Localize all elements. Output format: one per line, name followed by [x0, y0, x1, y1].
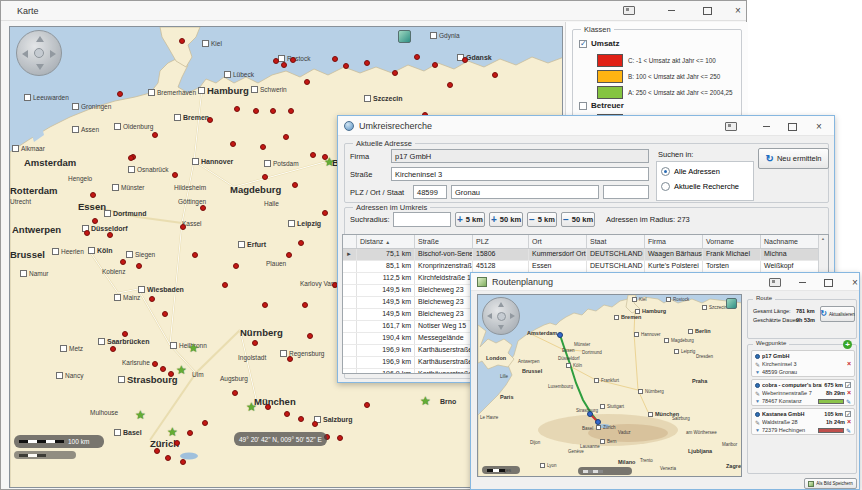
- remove-waypoint-icon[interactable]: ×: [847, 361, 851, 367]
- customer-marker[interactable]: [234, 106, 240, 112]
- customer-marker[interactable]: [298, 240, 304, 246]
- customer-marker[interactable]: [290, 57, 296, 63]
- customer-marker[interactable]: [364, 402, 370, 408]
- row-selector-cell[interactable]: ►: [343, 249, 357, 260]
- customer-marker[interactable]: [284, 411, 290, 417]
- route-waypoint-marker[interactable]: [557, 332, 563, 338]
- edit-leg-icon[interactable]: ✎: [846, 398, 851, 405]
- row-selector-cell[interactable]: [343, 357, 357, 368]
- star-marker[interactable]: ★: [324, 157, 335, 167]
- customer-marker[interactable]: [233, 263, 239, 269]
- row-selector-cell[interactable]: [343, 321, 357, 332]
- waypoint-card[interactable]: cobra - computer's brainware GmbH675 km✎…: [751, 379, 855, 406]
- customer-marker[interactable]: [187, 430, 193, 436]
- customer-marker[interactable]: [312, 421, 318, 427]
- maximize-icon[interactable]: [699, 4, 715, 17]
- table-row[interactable]: ►75,1 kmBischof-von-Sene...15806Kummersd…: [343, 249, 828, 261]
- staat-field[interactable]: [603, 185, 649, 199]
- customer-marker[interactable]: [117, 91, 123, 97]
- star-marker[interactable]: ★: [167, 427, 178, 437]
- customer-marker[interactable]: [447, 82, 453, 88]
- row-selector-cell[interactable]: [343, 309, 357, 320]
- table-header-staat[interactable]: Staat: [587, 235, 645, 248]
- row-selector-cell[interactable]: [343, 345, 357, 356]
- umkreis-minimize-icon[interactable]: [758, 120, 774, 133]
- customer-marker[interactable]: [84, 230, 90, 236]
- row-selector-cell[interactable]: [343, 333, 357, 344]
- customer-marker[interactable]: [192, 252, 198, 258]
- waypoint-checkbox[interactable]: [845, 411, 851, 417]
- customer-marker[interactable]: [262, 302, 268, 308]
- customer-marker[interactable]: [414, 54, 420, 60]
- customer-marker[interactable]: [92, 218, 98, 224]
- customer-marker[interactable]: [202, 420, 208, 426]
- customer-marker[interactable]: [332, 56, 338, 62]
- strasse-field[interactable]: Kircheninsel 3: [391, 167, 649, 181]
- customer-marker[interactable]: [262, 174, 268, 180]
- customer-marker[interactable]: [232, 390, 238, 396]
- customer-marker[interactable]: [273, 58, 279, 64]
- customer-marker[interactable]: [165, 455, 171, 461]
- table-header-ort[interactable]: Ort: [529, 235, 587, 248]
- pin-window-icon[interactable]: [621, 4, 637, 17]
- edit-leg-icon[interactable]: ✎: [846, 427, 851, 434]
- customer-marker[interactable]: [149, 296, 155, 302]
- radius-button-plus-50km[interactable]: +50 km: [489, 212, 523, 227]
- customer-marker[interactable]: [304, 79, 310, 85]
- row-selector-cell[interactable]: [343, 369, 357, 374]
- routen-minimize-icon[interactable]: [794, 276, 810, 289]
- customer-marker[interactable]: [432, 62, 438, 68]
- umkreis-maximize-icon[interactable]: [784, 120, 800, 133]
- routen-pin-window-icon[interactable]: [767, 276, 783, 289]
- radius-button-minus-50km[interactable]: −50 km: [561, 212, 595, 227]
- customer-marker[interactable]: [270, 108, 276, 114]
- customer-marker[interactable]: [222, 282, 228, 288]
- customer-marker[interactable]: [90, 192, 96, 198]
- star-marker[interactable]: ★: [176, 365, 187, 375]
- customer-marker[interactable]: [122, 331, 128, 337]
- route-map-pan-compass[interactable]: [482, 297, 520, 335]
- customer-marker[interactable]: [200, 205, 206, 211]
- table-header-nachname[interactable]: Nachname: [761, 235, 819, 248]
- minimize-icon[interactable]: [663, 4, 679, 17]
- route-map-overview-icon[interactable]: [726, 298, 737, 309]
- customer-marker[interactable]: [154, 448, 160, 454]
- customer-marker[interactable]: [252, 340, 258, 346]
- customer-marker[interactable]: [492, 72, 498, 78]
- table-header-firma[interactable]: Firma: [645, 235, 703, 248]
- waypoint-card[interactable]: p17 GmbH✎Kircheninsel 3×▼48599 Gronau: [751, 350, 855, 377]
- star-marker[interactable]: ★: [246, 402, 257, 412]
- route-waypoint-marker[interactable]: [595, 419, 601, 425]
- row-selector-cell[interactable]: [343, 297, 357, 308]
- radius-button-plus-5km[interactable]: +5 km: [455, 212, 485, 227]
- customer-marker[interactable]: [265, 404, 271, 410]
- customer-marker[interactable]: [287, 356, 293, 362]
- customer-marker[interactable]: [283, 134, 289, 140]
- radio-aktuelle-recherche[interactable]: Aktuelle Recherche: [661, 182, 739, 191]
- customer-marker[interactable]: [128, 155, 134, 161]
- customer-marker[interactable]: [307, 333, 313, 339]
- row-selector-cell[interactable]: [343, 273, 357, 284]
- row-selector-cell[interactable]: [343, 285, 357, 296]
- map-pan-compass[interactable]: [16, 30, 62, 76]
- customer-marker[interactable]: [179, 38, 185, 44]
- customer-marker[interactable]: [260, 144, 266, 150]
- remove-waypoint-icon[interactable]: ×: [847, 390, 851, 396]
- customer-marker[interactable]: [136, 263, 142, 269]
- customer-marker[interactable]: [310, 152, 316, 158]
- row-selector-cell[interactable]: [343, 261, 357, 272]
- routen-maximize-icon[interactable]: [820, 276, 836, 289]
- customer-marker[interactable]: [292, 182, 298, 188]
- waypoint-card[interactable]: Kastanea GmbH105 km✎Waldstraße 281h 24m×…: [751, 408, 855, 435]
- customer-marker[interactable]: [392, 70, 398, 76]
- table-header-strae[interactable]: Straße: [415, 235, 473, 248]
- routen-close-icon[interactable]: ×: [847, 276, 862, 289]
- customer-marker[interactable]: [298, 416, 304, 422]
- customer-marker[interactable]: [172, 172, 178, 178]
- customer-marker[interactable]: [302, 302, 308, 308]
- customer-marker[interactable]: [286, 252, 292, 258]
- customer-marker[interactable]: [180, 224, 186, 230]
- customer-marker[interactable]: [152, 132, 158, 138]
- route-map-canvas[interactable]: KielRostockHamburgSzczecinBremenBerlinAm…: [477, 294, 742, 477]
- umsatz-checkbox[interactable]: ✓: [579, 40, 587, 48]
